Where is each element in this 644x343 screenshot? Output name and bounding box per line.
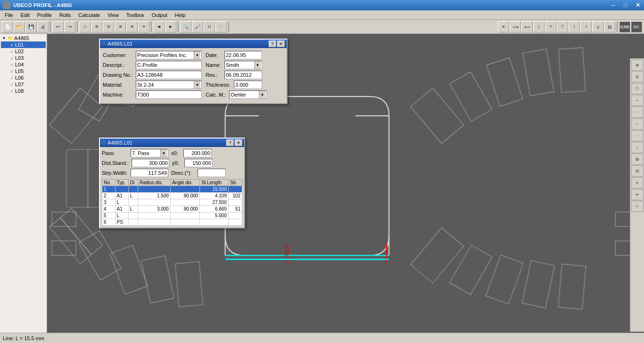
customer-arrow[interactable]: ▼ — [194, 51, 200, 59]
rt-btn-r4[interactable]: ✏ — [631, 189, 644, 200]
zoom-window-btn[interactable]: ⬚ — [215, 21, 227, 33]
material-combo[interactable]: St 2-24 ▼ — [136, 81, 202, 89]
thickness-input[interactable] — [234, 81, 262, 89]
calcm-arrow[interactable]: ▼ — [259, 91, 265, 98]
zoom-out-btn[interactable]: 🔎 — [192, 21, 203, 33]
table-row[interactable]: 5 L 5.000 — [102, 212, 242, 219]
calcm-combo[interactable]: Oehler ▼ — [229, 90, 267, 99]
menu-calculate[interactable]: Calculate — [74, 12, 104, 18]
save-btn[interactable]: 💾 — [25, 21, 37, 33]
tree-item-l02[interactable]: ↙ L02 — [1, 48, 46, 55]
menu-rolls[interactable]: Rolls — [56, 12, 74, 18]
tb-icon-r1[interactable]: ✕ — [498, 21, 509, 33]
tb-icon-r4[interactable]: | — [533, 21, 545, 33]
date-input[interactable] — [224, 51, 262, 59]
tb-btn3[interactable]: ⊟ — [103, 21, 114, 33]
customer-combo[interactable]: Precision Profiles Inc. ▼ — [136, 51, 202, 59]
tree-item-l04[interactable]: ↙ L04 — [1, 61, 46, 68]
tb-btn1[interactable]: ⬡ — [79, 21, 91, 33]
dialog1-help[interactable]: ? — [269, 41, 276, 47]
name-label: Name: — [206, 62, 224, 68]
descript-input[interactable] — [136, 61, 202, 69]
pass-combo[interactable]: 7. Pass ▼ — [131, 149, 168, 157]
tb-btn5[interactable]: ⊗ — [126, 21, 138, 33]
table-row[interactable]: 3 L 27.500 — [102, 199, 242, 206]
open-btn[interactable]: 📂 — [14, 21, 25, 33]
print-btn[interactable]: 🖨 — [37, 21, 49, 33]
table-row[interactable]: 4 A1 L 3.000 90.000 6.665 51 — [102, 206, 242, 212]
tb-btn2[interactable]: ⊞ — [91, 21, 102, 33]
table-row[interactable]: 2 A1 L 1.500 90.000 4.109 102 — [102, 193, 242, 199]
tb-icon-r10[interactable]: ▤ — [604, 21, 615, 33]
tb-icon-r3[interactable]: ⟵ — [521, 21, 533, 33]
zoom-in-btn[interactable]: 🔍 — [180, 21, 191, 33]
machine-input[interactable] — [136, 90, 202, 99]
tree-item-l06[interactable]: ↙ L06 — [1, 74, 46, 81]
tb-icon-r8[interactable]: ⌗ — [580, 21, 592, 33]
tree-item-l08[interactable]: ↙ L08 — [1, 88, 46, 94]
menu-file[interactable]: File — [1, 12, 17, 18]
rt-btn-pan[interactable]: ↔ — [631, 95, 644, 106]
undo-btn[interactable]: ↩ — [52, 21, 64, 33]
dialog2-help[interactable]: ? — [226, 139, 234, 146]
rt-btn-left[interactable]: ← — [631, 118, 644, 130]
y0-input[interactable] — [184, 159, 213, 167]
tb-icon-r5[interactable]: T — [545, 21, 556, 33]
tb-btn6[interactable]: ✦ — [138, 21, 149, 33]
tree-item-l07[interactable]: ↙ L07 — [1, 81, 46, 88]
table-row[interactable]: 1 15.500 — [102, 186, 242, 193]
tree-item-l03[interactable]: ↙ L03 — [1, 55, 46, 61]
menu-profile[interactable]: Profile — [33, 12, 56, 18]
stripwidth-input[interactable] — [131, 169, 168, 177]
menu-edit[interactable]: Edit — [17, 12, 33, 18]
cad-btn[interactable]: CAD — [619, 21, 630, 33]
left-panel: ▼ 📁 A4865 ↙ L01 ↙ L02 ↙ L03 ↙ L04 ↙ L05 … — [0, 34, 47, 342]
diststand-input[interactable] — [132, 159, 169, 167]
tb-btn8[interactable]: ▶ — [165, 21, 176, 33]
tb-btn7[interactable]: ◀ — [153, 21, 165, 33]
x0-input[interactable] — [183, 149, 212, 157]
direc-input[interactable] — [198, 169, 226, 177]
dialog1-titlebar: ⬡ A4865.L01 ? ✕ — [100, 40, 287, 48]
redo-btn[interactable]: ↪ — [64, 21, 75, 33]
menu-view[interactable]: View — [104, 12, 123, 18]
dialog1-close[interactable]: ✕ — [277, 41, 285, 47]
nc-btn[interactable]: NC — [631, 21, 642, 33]
tree-root[interactable]: ▼ 📁 A4865 — [1, 35, 46, 41]
rt-btn-r5[interactable]: ▿ — [631, 201, 644, 212]
drawing-input[interactable] — [136, 71, 202, 79]
name-arrow[interactable]: ▼ — [254, 61, 261, 69]
status-bar: Line: L = 15.5 mm — [0, 333, 644, 343]
close-btn[interactable]: ✕ — [632, 0, 644, 10]
rt-btn-up[interactable]: ↑ — [631, 106, 644, 118]
tb-icon-r9[interactable]: ⊿ — [592, 21, 603, 33]
rt-btn-zoomout[interactable]: ⊖ — [631, 71, 644, 82]
menu-output[interactable]: Output — [148, 12, 171, 18]
rt-btn-r3[interactable]: ⌖ — [631, 177, 644, 188]
menu-help[interactable]: Help — [171, 12, 190, 18]
rt-btn-zoomfit[interactable]: ⬡ — [631, 83, 644, 94]
minimize-btn[interactable]: ─ — [607, 0, 619, 10]
tree-item-l05[interactable]: ↙ L05 — [1, 68, 46, 74]
tb-btn4[interactable]: ⊕ — [115, 21, 126, 33]
rt-btn-zoomin[interactable]: ⊕ — [631, 59, 644, 71]
rt-btn-down[interactable]: ↓ — [631, 142, 644, 153]
maximize-btn[interactable]: □ — [619, 0, 632, 10]
new-btn[interactable]: 📄 — [2, 21, 13, 33]
menu-toolbox[interactable]: Toolbox — [123, 12, 148, 18]
rt-btn-r2[interactable]: ⊟ — [631, 165, 644, 177]
name-combo[interactable]: Smith ▼ — [224, 61, 262, 69]
drawing-label: Drawing No.: — [103, 72, 136, 78]
rt-btn-right[interactable]: → — [631, 130, 644, 141]
rt-btn-r1[interactable]: ⊞ — [631, 154, 644, 165]
tb-icon-r2[interactable]: ⟶ — [510, 21, 521, 33]
tb-icon-r7[interactable]: ⌇ — [569, 21, 580, 33]
tree-item-l01[interactable]: ↙ L01 — [1, 41, 46, 48]
dialog2-close[interactable]: ✕ — [235, 139, 242, 146]
zoom-fit-btn[interactable]: ⊡ — [204, 21, 215, 33]
table-row[interactable]: 6 PS — [102, 219, 242, 226]
pass-arrow[interactable]: ▼ — [160, 149, 167, 157]
rev-input[interactable] — [224, 71, 262, 79]
tb-icon-r6[interactable]: ⊤ — [557, 21, 568, 33]
material-arrow[interactable]: ▼ — [194, 81, 200, 89]
